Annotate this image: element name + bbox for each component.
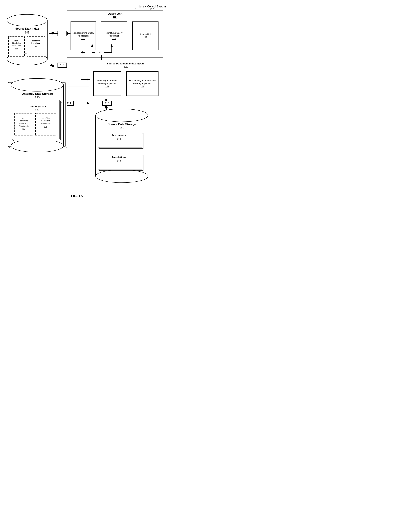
access-unit-box: Access Unit 112 <box>132 21 159 50</box>
diagram: ↙ Identity Control System 100 Query Unit… <box>0 0 169 203</box>
query-unit-box: Query Unit 109 Non-Identifying Query App… <box>67 10 163 58</box>
source-data-index-cylinder: Source Data Index 145 Non- Identifying I… <box>5 13 49 66</box>
figure-label: FIG. 1A <box>71 194 83 198</box>
svg-text:Identifying: Identifying <box>32 40 40 42</box>
connector-118: 118 <box>102 101 112 106</box>
svg-text:124: 124 <box>22 128 25 130</box>
svg-text:122: 122 <box>35 109 39 111</box>
source-data-index-svg: Source Data Index 145 Non- Identifying I… <box>5 13 49 66</box>
svg-text:120: 120 <box>35 96 40 99</box>
svg-rect-20 <box>8 36 25 57</box>
source-storage-svg: Source Data Storage 140 Documents 142 An… <box>90 108 154 186</box>
svg-text:Codes and: Codes and <box>41 120 50 122</box>
svg-text:140: 140 <box>120 126 124 130</box>
id-index-app-box: Identifying Information Indexing Applica… <box>93 71 121 96</box>
ontology-svg: Ontology Data Storage 120 Ontology Data … <box>5 78 69 156</box>
identity-control-arrow-icon: ↙ <box>134 7 136 10</box>
svg-text:Ontology Data: Ontology Data <box>29 105 46 108</box>
svg-text:Source Data Storage: Source Data Storage <box>107 123 136 126</box>
connector-116: 116 <box>58 31 67 36</box>
svg-text:Annotations: Annotations <box>112 156 126 159</box>
ni-query-app-box: Non-Identifying Query Application 110 <box>71 21 96 50</box>
svg-text:143: 143 <box>117 159 121 162</box>
svg-point-17 <box>7 14 47 26</box>
svg-text:Stop Words: Stop Words <box>19 125 29 127</box>
source-data-storage-cylinder: Source Data Storage 140 Documents 142 An… <box>90 108 154 186</box>
ontology-storage-cylinder: Ontology Data Storage 120 Ontology Data … <box>5 78 69 156</box>
svg-text:145: 145 <box>25 31 29 34</box>
svg-text:142: 142 <box>117 137 121 140</box>
ni-index-app-box: Non-Identifying Information Indexing App… <box>126 71 159 96</box>
svg-text:Non-: Non- <box>14 40 19 42</box>
svg-text:Identifying: Identifying <box>20 120 28 122</box>
svg-text:Codes and: Codes and <box>19 122 28 125</box>
svg-text:Identifying: Identifying <box>41 117 50 119</box>
sdi-unit-box: Source Document Indexing Unit 130 Identi… <box>90 60 162 99</box>
id-query-app-box: Identifying Query Application 111 <box>101 21 127 50</box>
svg-point-77 <box>96 109 148 122</box>
svg-text:Ontology Data Storage: Ontology Data Storage <box>22 92 53 95</box>
connector-115: 115 <box>95 50 104 55</box>
svg-text:Index Data: Index Data <box>31 42 40 44</box>
svg-text:Source Data Index: Source Data Index <box>15 27 39 30</box>
svg-point-53 <box>11 79 63 91</box>
svg-text:Documents: Documents <box>112 134 126 137</box>
sdi-unit-title: Source Document Indexing Unit 130 <box>107 62 145 68</box>
svg-text:128: 128 <box>44 126 47 127</box>
svg-text:148: 148 <box>34 45 37 47</box>
svg-text:Index Data: Index Data <box>12 45 21 47</box>
query-unit-title: Query Unit 109 <box>108 12 122 19</box>
svg-text:147: 147 <box>15 47 18 49</box>
svg-point-76 <box>96 170 148 183</box>
connector-113: 113 <box>58 63 67 68</box>
svg-text:Identifying: Identifying <box>12 42 21 44</box>
svg-text:Stop Words: Stop Words <box>41 122 51 125</box>
svg-text:Non-: Non- <box>22 117 26 119</box>
